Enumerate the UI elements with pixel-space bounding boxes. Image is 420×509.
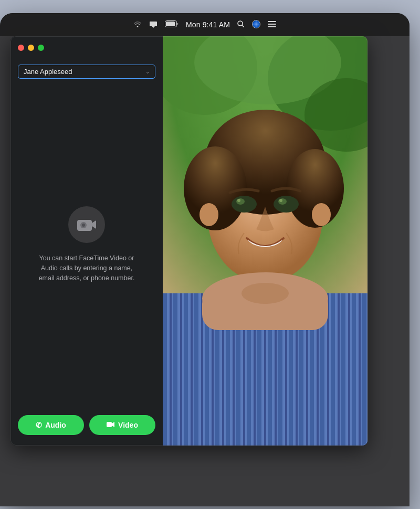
menu-bar-time: Mon 9:41 AM [186, 20, 230, 29]
svg-rect-7 [268, 21, 276, 22]
phone-icon: ✆ [36, 421, 42, 429]
call-buttons: ✆ Audio Video [10, 408, 163, 446]
svg-point-24 [200, 203, 218, 226]
title-bar [10, 36, 163, 59]
menu-bar: Mon 9:41 AM [0, 13, 410, 36]
search-icon[interactable] [237, 20, 245, 29]
svg-point-29 [278, 198, 287, 205]
svg-point-30 [237, 199, 240, 202]
video-call-button[interactable]: Video [89, 415, 155, 435]
video-icon [107, 421, 115, 429]
svg-point-25 [312, 203, 331, 226]
svg-rect-1 [166, 22, 175, 26]
minimize-button[interactable] [28, 45, 34, 51]
contact-photo-panel [163, 36, 368, 446]
person-portrait [163, 36, 368, 446]
svg-point-31 [279, 199, 282, 202]
name-input-area: Jane Appleseed ⌄ [10, 59, 163, 82]
contact-input[interactable]: Jane Appleseed ⌄ [18, 65, 155, 79]
close-button[interactable] [18, 45, 24, 51]
svg-rect-8 [268, 24, 276, 25]
hint-text: You can start FaceTime Video or Audio ca… [34, 253, 139, 283]
empty-state: You can start FaceTime Video or Audio ca… [10, 82, 163, 408]
menu-icon[interactable] [268, 20, 276, 29]
svg-point-28 [236, 198, 245, 205]
contact-name: Jane Appleseed [24, 68, 72, 76]
audio-button-label: Audio [45, 421, 66, 429]
svg-point-26 [232, 196, 257, 213]
camera-icon [77, 217, 97, 232]
battery-icon [165, 20, 178, 29]
chevron-down-icon: ⌄ [145, 69, 150, 75]
app-window: Jane Appleseed ⌄ You can start FaceTime … [10, 36, 368, 446]
safari-icon[interactable] [252, 20, 260, 30]
svg-rect-9 [268, 26, 276, 27]
left-panel: Jane Appleseed ⌄ You can start FaceTime … [10, 36, 163, 446]
svg-point-12 [82, 224, 85, 227]
traffic-lights [18, 45, 44, 51]
audio-call-button[interactable]: ✆ Audio [18, 415, 84, 435]
laptop-frame: Mon 9:41 AM [0, 13, 410, 506]
video-button-label: Video [118, 421, 138, 429]
camera-icon-container [68, 206, 105, 243]
airplay-icon [149, 20, 158, 29]
svg-rect-13 [107, 422, 112, 427]
wifi-icon [133, 20, 142, 29]
svg-point-27 [274, 196, 299, 213]
maximize-button[interactable] [38, 45, 44, 51]
svg-point-40 [242, 283, 289, 304]
